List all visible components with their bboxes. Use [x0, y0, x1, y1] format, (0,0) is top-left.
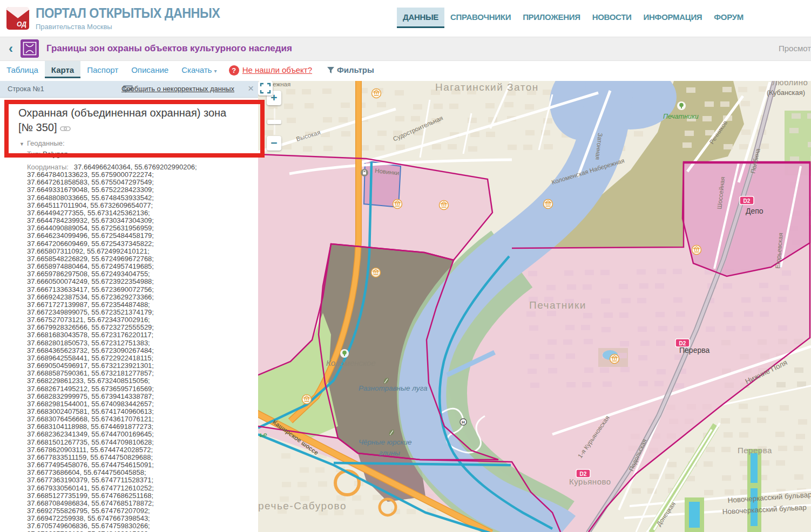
panel-header: Строка №1 Сообщить о некорректных данных… — [0, 81, 258, 98]
map-label: Чёрные юрские — [359, 438, 412, 446]
coordinate-line: 37.6667133633417, 55.6723690072756; — [27, 286, 254, 294]
coordinate-line: 37.6683076456668, 55.6743617076121; — [27, 415, 254, 423]
coordinate-line: 37.6688587590361, 55.6732181277857; — [27, 370, 254, 377]
coordinates-label: Координаты: — [27, 163, 69, 171]
coordinate-line: 37.6644090889054, 55.6725631956959; — [27, 224, 254, 232]
coordinate-line: 37.6669242387534, 55.6723629273366; — [27, 294, 254, 301]
map-canvas[interactable]: D2D2D2H бережнаяНагатинский ЗатонЛюблино… — [258, 81, 811, 532]
tab-паспорт[interactable]: Паспорт — [80, 61, 125, 78]
coordinate-line: 37.665807311092, 55.6724992410121; — [27, 248, 254, 255]
coordinate-line: 37.6649331679048, 55.6752228423309; — [27, 186, 254, 194]
coordinate-line: 37.66773686604, 55.6744756045858; — [27, 469, 254, 476]
coordinate-line: 37.6677495458076, 55.6744754615091; — [27, 461, 254, 469]
portal-subtitle: Правительства Москвы — [36, 23, 234, 31]
coordinate-line: 37.6681501267735, 55.6744709810628; — [27, 439, 254, 446]
museum-icon — [440, 201, 449, 210]
open-data-portal-page: ОД ПОРТАЛ ОТКРЫТЫХ ДАННЫХ Правительства … — [0, 0, 811, 532]
coordinate-line: 37.6684365623732, 55.6723090267484; — [27, 347, 254, 354]
map-label: Люблино — [772, 81, 808, 87]
tree-icon — [677, 101, 686, 110]
coordinate-line: 37.6682832999975, 55.6739414338787; — [27, 393, 254, 400]
top-header: ОД ПОРТАЛ ОТКРЫТЫХ ДАННЫХ Правительства … — [0, 0, 811, 37]
coordinate-line: 37.6648808033665, 55.6748453933542; — [27, 194, 254, 202]
coordinate-line: 37.6683104118988, 55.6744691877273; — [27, 423, 254, 431]
coordinate-line: 37.668229861233, 55.6732408515056; — [27, 377, 254, 385]
d2-icon: D2 — [576, 469, 590, 478]
lock-icon — [361, 169, 368, 176]
dataset-header-bar: ‹ Границы зон охраны объектов культурног… — [0, 37, 811, 61]
coordinate-line: 37.670625720128, 55.6748429315629; — [27, 530, 254, 532]
coordinate-line: 37.6672349899075, 55.6723521374179; — [27, 309, 254, 316]
nav-item-форум[interactable]: ФОРУМ — [708, 8, 749, 28]
coordinate-line: 37.667527073121, 55.6723437002916; — [27, 316, 254, 324]
coordinate-line: 37.6682801850573, 55.672312751383; — [27, 339, 254, 347]
museum-icon — [610, 354, 619, 364]
top-navigation: ДАННЫЕСПРАВОЧНИКИПРИЛОЖЕНИЯНОВОСТИИНФОРМ… — [397, 8, 749, 28]
map-label: Депо — [746, 207, 763, 215]
dataset-icon — [21, 39, 39, 58]
nav-item-информация[interactable]: ИНФОРМАЦИЯ — [638, 8, 708, 28]
map-label: ье — [260, 431, 267, 439]
map-label: речье-Сабурово — [258, 500, 347, 511]
coordinate-line: 37.6646234099496, 55.6725484458179; — [27, 232, 254, 240]
map-label: Печатники — [663, 113, 699, 120]
coordinate-line: 37.6681683043578, 55.6723176220117; — [27, 331, 254, 339]
svg-text:D2: D2 — [679, 340, 686, 346]
coordinate-line: 37.6705749606836, 55.674759830266; — [27, 522, 254, 530]
museum-icon — [302, 395, 312, 404]
svg-text:D2: D2 — [580, 471, 587, 477]
coordinate-line: 37.6683002407581, 55.6741740960613; — [27, 408, 254, 415]
link-icon[interactable] — [60, 126, 71, 132]
zoom-slider-handle[interactable] — [267, 120, 281, 124]
coordinate-line: 37.664494277355, 55.6731425362136; — [27, 209, 254, 217]
nav-item-новости[interactable]: НОВОСТИ — [586, 8, 638, 28]
views-label: Просмотр — [779, 44, 811, 53]
nav-item-данные[interactable]: ДАННЫЕ — [397, 8, 444, 28]
zoom-out-button[interactable]: − — [267, 136, 281, 151]
help-badge-icon[interactable]: ? — [229, 65, 239, 76]
coordinate-line: 37.6658548226829, 55.6724969672768; — [27, 255, 254, 263]
not-found-link[interactable]: Не нашли объект? — [242, 65, 312, 74]
fullscreen-button[interactable] — [258, 81, 273, 96]
nav-item-справочники[interactable]: СПРАВОЧНИКИ — [444, 8, 517, 28]
triangle-down-icon: ▼ — [19, 141, 24, 147]
geometry-type-row: Тип: Polygon — [27, 150, 68, 158]
feature-info-panel: Строка №1 Сообщить о некорректных данных… — [0, 81, 259, 532]
coordinate-line: 37.6692755826795, 55.674767207092; — [27, 507, 254, 515]
tab-таблица[interactable]: Таблица — [0, 61, 45, 78]
map-label: Коломенское — [326, 358, 376, 367]
geodata-toggle[interactable]: ▼Геоданные: — [19, 139, 65, 147]
map-label: (Кубанская) — [767, 88, 805, 97]
coordinate-line: 37.6690504596917, 55.6732123921301; — [27, 362, 254, 370]
portal-title: ПОРТАЛ ОТКРЫТЫХ ДАННЫХ — [36, 5, 220, 21]
nav-item-приложения[interactable]: ПРИЛОЖЕНИЯ — [517, 8, 586, 28]
filters-button[interactable]: Фильтры — [327, 65, 374, 74]
map-label: Курьяново — [569, 477, 611, 486]
museum-icon — [393, 200, 402, 209]
coordinate-line: 37.6678620903111, 55.6744742028572; — [27, 446, 254, 454]
museum-icon — [371, 268, 381, 277]
coordinate-line: 37.6687084986834, 55.6747685178872; — [27, 500, 254, 507]
back-chevron-icon[interactable]: ‹ — [9, 41, 13, 56]
coordinate-line: 37.6644784239932, 55.6730347304309; — [27, 217, 254, 224]
object-title: Охранная (объединенная охранная) зона [№… — [18, 106, 235, 135]
tab-download[interactable]: Скачать ▾ — [175, 61, 223, 78]
funnel-icon — [327, 67, 334, 74]
portal-logo-icon[interactable]: ОД — [5, 5, 31, 31]
museum-icon — [692, 245, 701, 255]
svg-text:D2: D2 — [744, 198, 751, 204]
coordinate-line: Координаты:37.664966240364, 55.676920299… — [27, 163, 254, 171]
d2-icon: D2 — [740, 196, 754, 204]
report-incorrect-data-link[interactable]: Сообщить о некорректных данных — [121, 85, 234, 93]
coordinate-line: 37.6660500074249, 55.6723922354988; — [27, 278, 254, 285]
tab-карта[interactable]: Карта — [45, 61, 80, 78]
tab-описание[interactable]: Описание — [125, 61, 175, 78]
museum-icon — [544, 200, 553, 209]
coordinates-list: Координаты:37.664966240364, 55.676920299… — [27, 163, 254, 532]
coordinate-line: 37.6689642558441, 55.6722922418115; — [27, 354, 254, 362]
svg-text:H: H — [462, 420, 465, 425]
coordinate-line: 37.6679330560141, 55.6747712610252; — [27, 485, 254, 492]
coordinate-line: 37.6645117011904, 55.6732609654077; — [27, 202, 254, 209]
close-icon[interactable]: × — [248, 83, 254, 94]
coordinate-line: 37.6659786297508, 55.672493404755; — [27, 270, 254, 278]
